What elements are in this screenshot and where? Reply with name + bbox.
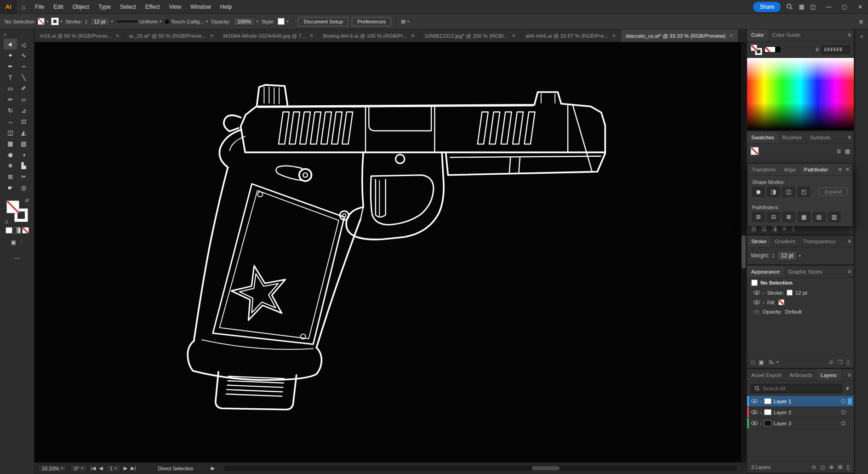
add-effect-button[interactable]: fx. ▾ (769, 359, 779, 365)
clear-appearance-icon[interactable]: ⊘ (829, 359, 834, 365)
stroke-weight-dropdown[interactable]: 12 pt ▾ (90, 17, 113, 26)
tab-close-icon[interactable]: ✕ (115, 33, 119, 38)
collapse-tools-icon[interactable]: « (0, 29, 10, 39)
share-button[interactable]: Share (753, 2, 781, 12)
make-clipping-mask-icon[interactable]: ◻ (820, 464, 825, 470)
outline-icon[interactable]: ▤ (813, 212, 825, 222)
artboard-number-dropdown[interactable]: 1 ▾ (106, 465, 120, 472)
none-swatch-icon[interactable] (765, 47, 770, 52)
tab-artboards[interactable]: Artboards (785, 369, 817, 381)
tab-close-icon[interactable]: ✕ (309, 33, 313, 38)
panel-menu-icon[interactable]: ≡ (848, 372, 851, 378)
tab-brushes[interactable]: Brushes (778, 131, 806, 143)
workspace-switcher-icon[interactable]: ▦ (799, 3, 804, 10)
zoom-dropdown[interactable]: 33.33% ▾ (38, 465, 67, 472)
expand-icon[interactable]: › (763, 290, 765, 296)
rotation-dropdown[interactable]: 0° ▾ (70, 465, 87, 472)
layer-expand-icon[interactable]: › (760, 410, 762, 415)
last-artboard-icon[interactable]: ▶| (131, 465, 136, 471)
tool-scale[interactable]: ⊿ (17, 105, 30, 116)
tool-rectangle[interactable]: ▭ (4, 83, 17, 94)
tab-close-icon[interactable]: ✕ (210, 33, 213, 38)
delete-layer-icon[interactable]: ▯ (846, 464, 850, 470)
tool-eyedropper[interactable]: ◉ (4, 149, 17, 160)
stroke-swatch-icon[interactable] (787, 290, 793, 296)
layer-row[interactable]: ›Layer 1 (747, 396, 854, 407)
document-tab[interactable]: ah6-mh6.ai @ 16.67 % (RGB/Pre...✕ (521, 29, 621, 42)
control-menu-icon[interactable]: ≣ (859, 18, 863, 25)
stroke-color-dropdown[interactable]: ▾ (51, 18, 62, 25)
color-spectrum[interactable] (747, 58, 854, 130)
crop-icon[interactable]: ▦ (798, 212, 810, 222)
tool-mesh[interactable]: ▦ (4, 138, 17, 149)
tab-gradient[interactable]: Gradient (771, 235, 799, 247)
document-tab[interactable]: Boeing AH-6.ai @ 100 % (RGB/Pr...✕ (319, 29, 419, 42)
fill-swatch-icon[interactable] (778, 299, 784, 305)
default-fill-stroke-icon[interactable]: ❏ (5, 220, 8, 224)
divide-icon[interactable]: ⊞ (752, 212, 765, 222)
tool-lasso[interactable]: ∿ (17, 50, 30, 61)
search-icon[interactable] (786, 3, 793, 10)
tool-hand[interactable]: ☛ (4, 182, 17, 193)
layer-thumbnail[interactable] (764, 398, 771, 404)
tool-symbol-sprayer[interactable]: ✵ (4, 160, 17, 171)
tab-align[interactable]: Align (780, 164, 800, 175)
layer-visibility-icon[interactable] (751, 410, 758, 414)
minimize-button[interactable]: — (821, 0, 837, 13)
prev-artboard-icon[interactable]: ◀ (99, 465, 103, 471)
appearance-opacity-value[interactable]: Default (785, 309, 801, 314)
new-layer-icon[interactable]: ⊞ (838, 464, 842, 470)
add-new-fill-icon[interactable]: ▣ (759, 359, 764, 365)
minus-back-icon[interactable]: ▥ (828, 212, 840, 222)
artwork-pistol-drawing[interactable] (34, 42, 746, 462)
tool-zoom[interactable]: ◎ (17, 182, 30, 193)
tool-column-graph[interactable]: ▙ (17, 160, 30, 171)
expand-icon[interactable]: › (763, 300, 765, 305)
menu-object[interactable]: Object (68, 0, 94, 13)
layer-row[interactable]: ›Layer 3 (747, 418, 854, 429)
duplicate-item-icon[interactable]: ❐ (838, 359, 843, 365)
tool-rotate[interactable]: ↻ (4, 105, 17, 116)
menu-view[interactable]: View (164, 0, 186, 13)
tool-pen[interactable]: ✒ (4, 61, 17, 72)
layer-name[interactable]: Layer 1 (774, 399, 791, 404)
unite-icon[interactable]: ◼ (752, 187, 765, 197)
document-tab[interactable]: staccato_cs.ai* @ 33.33 % (RGB/Preview)✕ (621, 29, 738, 42)
layer-thumbnail[interactable] (764, 420, 771, 426)
tool-shape-builder[interactable]: ◫ (4, 127, 17, 138)
gradient-button[interactable] (14, 227, 21, 234)
panel-menu-icon[interactable]: ≡ (848, 268, 851, 275)
tool-eraser[interactable]: ▱ (17, 94, 30, 105)
tab-transform[interactable]: Transform (748, 164, 780, 175)
tool-pencil[interactable]: ✏ (4, 94, 17, 105)
panel-menu-icon[interactable]: ≡ (848, 134, 851, 141)
tool-line-segment[interactable]: ╲ (17, 72, 30, 83)
minus-front-icon[interactable]: ◨ (767, 187, 780, 197)
tab-color[interactable]: Color (747, 29, 768, 41)
menu-effect[interactable]: Effect (141, 0, 165, 13)
menu-select[interactable]: Select (115, 0, 141, 13)
tab-color-guide[interactable]: Color Guide (768, 29, 804, 41)
layer-name[interactable]: Layer 2 (774, 410, 791, 415)
align-options-icon[interactable]: ⊞ ▾ (401, 18, 409, 25)
locate-object-icon[interactable]: ⊙ (811, 464, 816, 470)
tab-symbols[interactable]: Symbols (806, 131, 834, 143)
layers-search-box[interactable] (751, 384, 842, 393)
first-artboard-icon[interactable]: |◀ (91, 465, 96, 471)
tool-artboard[interactable]: ⊞ (4, 171, 17, 182)
color-button[interactable] (6, 227, 12, 234)
layer-target-icon[interactable] (841, 410, 845, 414)
tool-selection[interactable]: ➤ (4, 39, 17, 50)
tool-direct-selection[interactable]: ▷ (17, 39, 30, 50)
document-tab[interactable]: m16.ai @ 50 % (RGB/Previe...✕ (35, 29, 124, 42)
white-swatch-icon[interactable] (770, 47, 775, 52)
layer-expand-icon[interactable]: › (760, 421, 762, 426)
none-button[interactable] (22, 227, 29, 234)
tool-magic-wand[interactable]: ✦ (4, 50, 17, 61)
intersect-icon[interactable]: ◫ (782, 187, 795, 197)
mini-fill-stroke-indicator[interactable] (751, 45, 762, 55)
layer-visibility-icon[interactable] (751, 399, 758, 403)
visibility-eye-icon[interactable] (754, 291, 760, 295)
fill-color-well[interactable] (6, 200, 19, 213)
swap-fill-stroke-icon[interactable]: ⇄ (25, 198, 29, 203)
